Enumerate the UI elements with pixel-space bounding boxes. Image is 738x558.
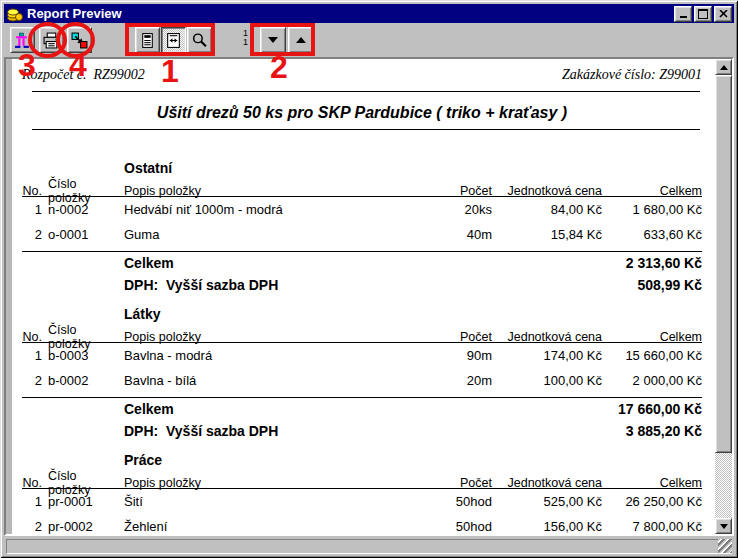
scroll-up-icon <box>720 65 728 70</box>
page-up-button[interactable] <box>288 27 314 53</box>
status-panel <box>6 539 732 554</box>
zoom-page-width-icon <box>165 32 182 49</box>
col-total: Celkem <box>608 184 702 198</box>
minimize-icon <box>680 16 687 18</box>
maximize-button[interactable] <box>694 6 712 22</box>
report-section: Práce No. Číslo položky Popis položky Po… <box>22 452 702 534</box>
table-row: 2 pr-0002 Žehlení 50hod 156,00 Kč 7 800,… <box>22 514 702 534</box>
page-indicator: 1 1 <box>243 29 248 47</box>
section-total: Celkem 2 313,60 Kč <box>22 252 702 274</box>
exit-preview-icon <box>14 32 31 49</box>
report-header: Rozpočet č. RZ99002 Zakázkové číslo: Z99… <box>22 65 702 85</box>
budget-number: Rozpočet č. RZ99002 <box>22 67 145 85</box>
resize-grip[interactable] <box>718 539 732 553</box>
col-no: No. <box>22 184 42 198</box>
toolbar: 1 1 <box>4 23 734 57</box>
col-unit-price: Jednotková cena <box>498 184 602 198</box>
printer-icon <box>43 32 60 49</box>
column-headers: No. Číslo položky Popis položky Počet Je… <box>22 323 702 339</box>
report-title: Ušití drezů 50 ks pro SKP Pardubice ( tr… <box>22 98 702 129</box>
status-bar <box>4 538 734 554</box>
maximize-icon <box>698 9 708 19</box>
exit-preview-button[interactable] <box>10 27 35 53</box>
report-preview-window: Report Preview <box>0 0 738 558</box>
zoom-page-width-button[interactable] <box>161 27 186 53</box>
export-icon <box>71 32 88 49</box>
section-title: Práce <box>124 452 702 469</box>
titlebar[interactable]: Report Preview <box>4 4 734 23</box>
col-code: Číslo položky <box>48 177 118 205</box>
minimize-button[interactable] <box>674 6 692 22</box>
preview-area: Rozpočet č. RZ99002 Zakázkové číslo: Z99… <box>4 57 734 536</box>
column-headers: No. Číslo položky Popis položky Počet Je… <box>22 177 702 193</box>
zoom-in-icon <box>191 32 208 49</box>
window-title: Report Preview <box>27 6 672 21</box>
table-row: 2 o-0001 Guma 40m 15,84 Kč 633,60 Kč <box>22 222 702 247</box>
zoom-whole-page-icon <box>139 32 156 49</box>
close-button[interactable] <box>714 6 732 22</box>
table-row: 1 pr-0001 Šití 50hod 525,00 Kč 26 250,00… <box>22 489 702 514</box>
scrollbar-thumb[interactable] <box>715 75 732 453</box>
column-headers: No. Číslo položky Popis položky Počet Je… <box>22 469 702 485</box>
table-row: 1 b-0003 Bavlna - modrá 90m 174,00 Kč 15… <box>22 343 702 368</box>
scroll-up-button[interactable] <box>715 59 732 75</box>
section-vat: DPH: Vyšší sazba DPH 508,99 Kč <box>22 274 702 296</box>
section-vat: DPH: Vyšší sazba DPH 3 885,20 Kč <box>22 420 702 442</box>
print-button[interactable] <box>39 27 64 53</box>
coins-icon <box>7 6 23 22</box>
report-section: Látky No. Číslo položky Popis položky Po… <box>22 306 702 442</box>
page-up-icon <box>296 37 306 43</box>
scroll-down-icon <box>720 524 728 529</box>
close-icon <box>719 10 728 18</box>
section-total: Celkem 17 660,00 Kč <box>22 398 702 420</box>
table-row: 2 b-0002 Bavlna - bílá 20m 100,00 Kč 2 0… <box>22 368 702 393</box>
report-page: Rozpočet č. RZ99002 Zakázkové číslo: Z99… <box>12 59 715 534</box>
divider <box>32 129 700 130</box>
col-desc: Popis položky <box>124 184 426 198</box>
col-qty: Počet <box>432 184 492 198</box>
page-down-icon <box>268 37 278 43</box>
order-number: Zakázkové číslo: Z99001 <box>562 67 702 85</box>
export-button[interactable] <box>67 27 92 53</box>
page-total: 1 <box>243 38 248 47</box>
page-down-button[interactable] <box>260 27 286 53</box>
zoom-whole-page-button[interactable] <box>135 27 160 53</box>
scroll-down-button[interactable] <box>715 518 732 534</box>
vertical-scrollbar[interactable] <box>715 59 732 534</box>
divider <box>32 91 700 92</box>
section-title: Látky <box>124 306 702 323</box>
section-title: Ostatní <box>124 160 702 177</box>
table-row: 1 n-0002 Hedvábí niť 1000m - modrá 20ks … <box>22 197 702 222</box>
report-section: Ostatní No. Číslo položky Popis položky … <box>22 160 702 296</box>
zoom-in-button[interactable] <box>187 27 212 53</box>
